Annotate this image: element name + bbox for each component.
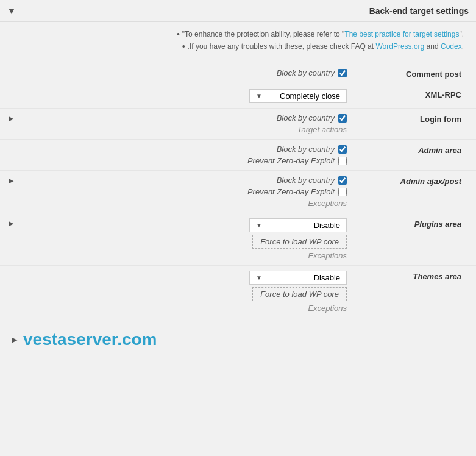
zero-day-checkbox-ajax[interactable]	[338, 188, 347, 196]
exceptions-plugins-line: Exceptions	[308, 251, 347, 260]
zero-day-ajax-line: Prevent Zero-day Exploit	[247, 187, 347, 196]
dropdown-arrow-plugins: ▼	[256, 222, 262, 229]
row-toggle-login-form[interactable]: ▶	[0, 113, 22, 123]
controls-admin-area: Block by country Prevent Zero-day Exploi…	[22, 144, 347, 165]
info-line-2: • .If you have any troubles with these, …	[12, 41, 464, 51]
label-text-comment-post: Comment post	[406, 69, 461, 79]
row-xml-rpc: ▶ ▼ Completely close XML-RPC	[0, 84, 476, 109]
label-text-admin-area: Admin area	[418, 146, 461, 155]
row-themes-area: ▶ ▼ Disable Force to load WP core Except…	[0, 266, 476, 318]
row-toggle-admin-ajax[interactable]: ▶	[0, 176, 22, 185]
bullet-2: •	[182, 41, 185, 51]
label-text-login-form: Login form	[420, 115, 461, 124]
info-text-1: "To enhance the protection ability, plea…	[182, 30, 464, 38]
dropdown-themes[interactable]: ▼ Disable	[249, 271, 347, 285]
exceptions-ajax-text[interactable]: Exceptions	[308, 199, 347, 208]
block-by-country-label-login: Block by country	[277, 113, 335, 123]
label-text-xml-rpc: XML-RPC	[425, 90, 461, 99]
force-link-plugins-line: Force to load WP core	[252, 235, 347, 249]
row-plugins-area: ▶ ▼ Disable Force to load WP core Except…	[0, 213, 476, 266]
row-toggle-plugins[interactable]: ▶	[0, 218, 22, 227]
target-actions-line: Target actions	[297, 125, 347, 134]
controls-themes: ▼ Disable Force to load WP core Exceptio…	[22, 271, 347, 313]
best-practice-link[interactable]: The best practice for target settings	[344, 30, 459, 38]
row-comment-post: ▶ Block by country Comment post	[0, 63, 476, 84]
label-admin-ajax-post: Admin ajax/post	[347, 176, 469, 186]
dropdown-xml-rpc[interactable]: ▼ Completely close	[249, 89, 347, 103]
block-by-country-checkbox-login[interactable]	[338, 114, 347, 123]
dropdown-value-xml-rpc: Completely close	[280, 91, 340, 101]
target-actions-text[interactable]: Target actions	[297, 125, 347, 134]
dropdown-line-themes: ▼ Disable	[249, 271, 347, 285]
main-content: ▶ Block by country Comment post ▶ ▼ Comp…	[0, 59, 476, 322]
exceptions-themes-line: Exceptions	[308, 304, 347, 313]
block-by-country-ajax: Block by country	[277, 176, 347, 185]
top-bar: ▼ Back-end target settings	[0, 0, 476, 22]
label-comment-post: Comment post	[347, 68, 469, 79]
block-by-country-label-ajax: Block by country	[277, 176, 335, 185]
label-text-themes-area: Themes area	[413, 272, 462, 281]
row-admin-area: ▶ Block by country Prevent Zero-day Expl…	[0, 140, 476, 171]
force-link-themes-line: Force to load WP core	[252, 287, 347, 301]
force-to-load-wp-core-themes[interactable]: Force to load WP core	[252, 287, 347, 301]
footer-domain: vestaserver.com	[23, 330, 157, 349]
block-by-country-label-comment: Block by country	[277, 68, 335, 77]
block-by-country-checkbox-comment[interactable]	[338, 69, 347, 77]
controls-plugins: ▼ Disable Force to load WP core Exceptio…	[22, 218, 347, 260]
page-container: ▼ Back-end target settings • "To enhance…	[0, 0, 476, 456]
info-text-2: .If you have any troubles with these, pl…	[188, 42, 464, 51]
label-xml-rpc: XML-RPC	[347, 89, 469, 99]
block-by-country-comment: Block by country	[277, 68, 347, 77]
block-by-country-admin: Block by country	[277, 144, 347, 154]
dropdown-plugins[interactable]: ▼ Disable	[249, 218, 347, 232]
dropdown-value-plugins: Disable	[314, 221, 340, 230]
controls-comment-post: Block by country	[22, 68, 347, 77]
block-by-country-login: Block by country	[277, 113, 347, 123]
info-section: • "To enhance the protection ability, pl…	[0, 22, 476, 59]
zero-day-label-ajax: Prevent Zero-day Exploit	[247, 187, 335, 196]
zero-day-checkbox-admin[interactable]	[338, 157, 347, 165]
dropdown-line-xml-rpc: ▼ Completely close	[249, 89, 347, 103]
footer: ▶ vestaserver.com	[0, 322, 476, 357]
codex-link[interactable]: Codex	[441, 42, 462, 51]
row-admin-ajax-post: ▶ Block by country Prevent Zero-day Expl…	[0, 171, 476, 213]
exceptions-plugins-text[interactable]: Exceptions	[308, 251, 347, 260]
exceptions-themes-text[interactable]: Exceptions	[308, 304, 347, 313]
controls-login-form: Block by country Target actions	[22, 113, 347, 134]
exceptions-ajax-line: Exceptions	[308, 199, 347, 208]
label-text-plugins-area: Plugins area	[414, 219, 461, 229]
dropdown-value-themes: Disable	[314, 273, 340, 282]
controls-xml-rpc: ▼ Completely close	[22, 89, 347, 103]
label-login-form: Login form	[347, 113, 469, 124]
controls-admin-ajax: Block by country Prevent Zero-day Exploi…	[22, 176, 347, 208]
label-themes-area: Themes area	[347, 271, 469, 281]
zero-day-label-admin: Prevent Zero-day Exploit	[247, 156, 335, 165]
wordpress-org-link[interactable]: WordPress.org	[375, 42, 424, 51]
block-by-country-checkbox-admin[interactable]	[338, 145, 347, 154]
dropdown-arrow-xml-rpc: ▼	[256, 93, 262, 99]
label-plugins-area: Plugins area	[347, 218, 469, 229]
force-to-load-wp-core-plugins[interactable]: Force to load WP core	[252, 235, 347, 249]
footer-arrow[interactable]: ▶	[12, 336, 17, 344]
dropdown-arrow-themes: ▼	[256, 274, 262, 281]
block-by-country-checkbox-ajax[interactable]	[338, 176, 347, 185]
dropdown-line-plugins: ▼ Disable	[249, 218, 347, 232]
label-text-admin-ajax-post: Admin ajax/post	[400, 177, 461, 186]
info-line-1: • "To enhance the protection ability, pl…	[12, 29, 464, 39]
zero-day-admin-line: Prevent Zero-day Exploit	[247, 156, 347, 165]
top-bar-title: Back-end target settings	[369, 6, 469, 16]
block-by-country-label-admin: Block by country	[277, 144, 335, 154]
bullet-1: •	[177, 29, 180, 39]
top-bar-arrow[interactable]: ▼	[7, 6, 16, 16]
label-admin-area: Admin area	[347, 144, 469, 155]
row-login-form: ▶ Block by country Target actions Login …	[0, 109, 476, 140]
